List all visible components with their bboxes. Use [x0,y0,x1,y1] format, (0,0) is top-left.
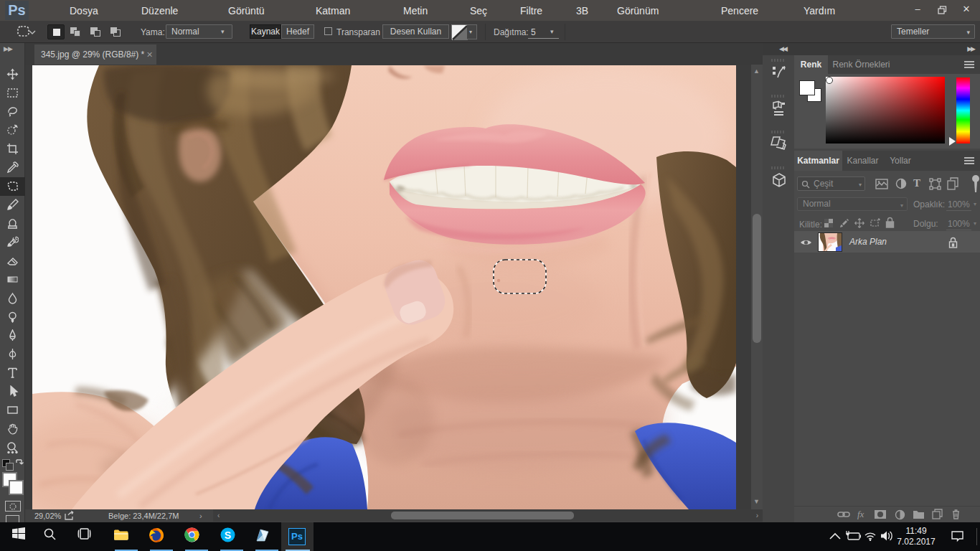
svg-text:S: S [225,529,231,541]
